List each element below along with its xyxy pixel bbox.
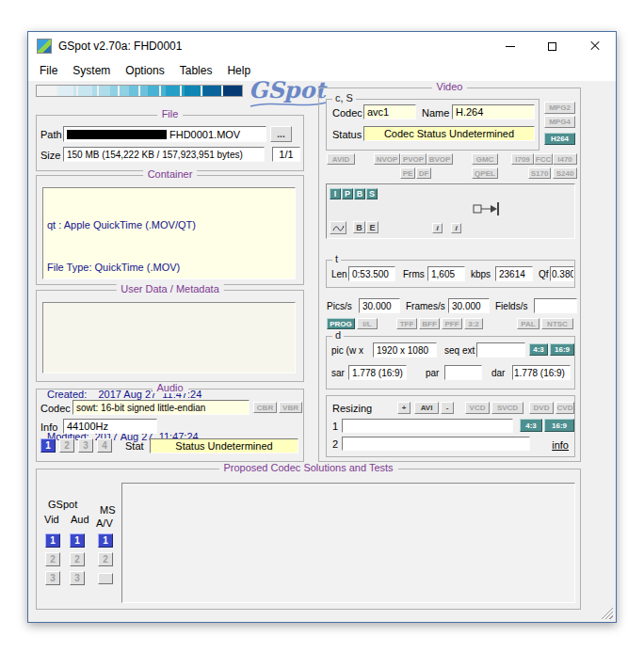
scribble-button[interactable]: [330, 221, 346, 234]
minimize-button[interactable]: [489, 32, 531, 60]
len-field[interactable]: 0:53.500: [348, 266, 395, 281]
cvd-button[interactable]: CVD: [555, 402, 574, 414]
mpg2-button[interactable]: MPG2: [544, 102, 575, 114]
audio-stream-2-button[interactable]: 2: [59, 438, 74, 453]
resize-43-button[interactable]: 4:3: [520, 419, 542, 432]
audio-codec-field[interactable]: sowt: 16-bit signed little-endian: [72, 400, 250, 415]
close-icon: [589, 40, 601, 52]
ntsc-button[interactable]: NTSC: [541, 318, 573, 329]
video-codec-field[interactable]: avc1: [363, 104, 416, 119]
frames-field[interactable]: 30.000: [448, 298, 490, 313]
flag-i470[interactable]: I470: [553, 153, 577, 165]
gop-p-button[interactable]: P: [342, 188, 353, 199]
container-info-box[interactable]: qt : Apple QuickTime (.MOV/QT) File Type…: [42, 187, 296, 279]
audio-stream-1-button[interactable]: 1: [40, 438, 56, 453]
solution-ms-2-button[interactable]: 2: [98, 552, 113, 566]
sar-field[interactable]: 1.778 (16:9): [348, 365, 407, 380]
gop-s-button[interactable]: S: [366, 188, 378, 199]
maximize-button[interactable]: [531, 32, 573, 60]
video-name-field[interactable]: H.264: [452, 104, 535, 119]
browse-button[interactable]: ...: [270, 126, 292, 142]
pulldown-button[interactable]: 3:2: [464, 318, 483, 329]
gop-info-2-button[interactable]: i: [451, 223, 461, 233]
vbr-button[interactable]: VBR: [279, 402, 302, 413]
dvd-button[interactable]: DVD: [529, 402, 554, 414]
prog-button[interactable]: PROG: [327, 318, 355, 329]
resize-avi-button[interactable]: AVI: [414, 402, 439, 414]
gop-e-button[interactable]: E: [366, 221, 378, 233]
info-link[interactable]: info: [552, 439, 569, 451]
vcd-button[interactable]: VCD: [465, 402, 490, 414]
video-status-field[interactable]: Codec Status Undetermined: [363, 126, 535, 141]
audio-info-field[interactable]: 44100Hz: [63, 419, 157, 434]
il-button[interactable]: I/L: [357, 318, 378, 329]
solution-aud-3-button[interactable]: 3: [70, 571, 85, 585]
menu-options[interactable]: Options: [118, 61, 171, 80]
gspot-app-icon[interactable]: [37, 39, 52, 54]
mpg4-button[interactable]: MPG4: [544, 116, 575, 128]
flag-avid[interactable]: AVID: [327, 153, 355, 165]
menu-file[interactable]: File: [32, 61, 65, 80]
size-field[interactable]: 150 MB (154,222 KB / 157,923,951 bytes): [63, 147, 265, 162]
resize-plus-button[interactable]: +: [397, 402, 411, 414]
flag-bvop[interactable]: BVOP: [427, 153, 453, 165]
fields-field[interactable]: [534, 298, 577, 313]
frms-field[interactable]: 1,605: [427, 266, 465, 281]
ar-169-button[interactable]: 16:9: [550, 343, 574, 356]
resize-row2-field[interactable]: [342, 437, 530, 451]
audio-status-field[interactable]: Status Undetermined: [150, 438, 298, 453]
resize-row1-field[interactable]: [342, 419, 513, 433]
audio-stream-4-button[interactable]: 4: [97, 438, 112, 453]
tff-button[interactable]: TFF: [396, 318, 417, 329]
flag-pe[interactable]: PE: [400, 167, 415, 179]
pic-field[interactable]: 1920 x 1080: [373, 342, 437, 358]
flag-qpel[interactable]: QPEL: [472, 167, 498, 179]
close-button[interactable]: [573, 32, 616, 60]
pics-label: Pics/s: [327, 301, 352, 311]
audio-stream-3-button[interactable]: 3: [78, 438, 93, 453]
gop-b-button[interactable]: B: [354, 188, 365, 199]
resize-minus-button[interactable]: -: [441, 402, 454, 414]
pff-button[interactable]: PFF: [442, 318, 462, 329]
kbps-field[interactable]: 23614: [495, 266, 533, 281]
codec-meter-bar: [36, 85, 243, 97]
file-count-field[interactable]: 1/1: [272, 147, 300, 162]
gop-i-button[interactable]: I: [330, 188, 341, 199]
menu-system[interactable]: System: [65, 61, 118, 80]
path-field[interactable]: FHD0001.MOV: [63, 126, 266, 142]
qf-field[interactable]: 0.380: [550, 266, 574, 281]
gop-info-1-button[interactable]: i: [432, 223, 443, 233]
flag-i709[interactable]: I709: [511, 153, 534, 165]
resize-169-button[interactable]: 16:9: [544, 419, 574, 432]
bff-button[interactable]: BFF: [419, 318, 440, 329]
solution-vid-3-button[interactable]: 3: [45, 571, 60, 585]
solution-vid-2-button[interactable]: 2: [45, 552, 60, 566]
flag-s240[interactable]: S240: [553, 167, 577, 179]
kbps-label: kbps: [471, 269, 491, 279]
menu-tables[interactable]: Tables: [172, 61, 220, 80]
h264-button[interactable]: H264: [544, 133, 575, 145]
solution-ms-3-button[interactable]: [98, 573, 113, 584]
metadata-box[interactable]: [42, 302, 296, 374]
seq-ext-field[interactable]: [476, 342, 525, 358]
resize-grip-icon[interactable]: [600, 606, 613, 619]
solution-aud-2-button[interactable]: 2: [70, 552, 85, 566]
ar-43-button[interactable]: 4:3: [529, 343, 548, 356]
flag-df[interactable]: DF: [416, 167, 431, 179]
flag-fcc[interactable]: FCC: [534, 153, 553, 165]
solution-ms-1-button[interactable]: 1: [98, 533, 113, 548]
flag-pvop[interactable]: PVOP: [400, 153, 427, 165]
svcd-button[interactable]: SVCD: [491, 402, 523, 414]
cbr-button[interactable]: CBR: [253, 402, 277, 413]
flag-nvop[interactable]: NVOP: [374, 153, 400, 165]
par-field[interactable]: [444, 365, 482, 380]
pal-button[interactable]: PAL: [517, 318, 539, 329]
solution-vid-1-button[interactable]: 1: [45, 533, 60, 548]
flag-gmc[interactable]: GMC: [472, 153, 498, 165]
dar-field[interactable]: 1.778 (16:9): [512, 365, 571, 380]
gop-b2-button[interactable]: B: [353, 221, 365, 233]
pics-field[interactable]: 30.000: [359, 298, 400, 313]
solutions-output-panel[interactable]: [121, 483, 575, 603]
solution-aud-1-button[interactable]: 1: [70, 533, 85, 548]
flag-s170[interactable]: S170: [528, 167, 551, 179]
